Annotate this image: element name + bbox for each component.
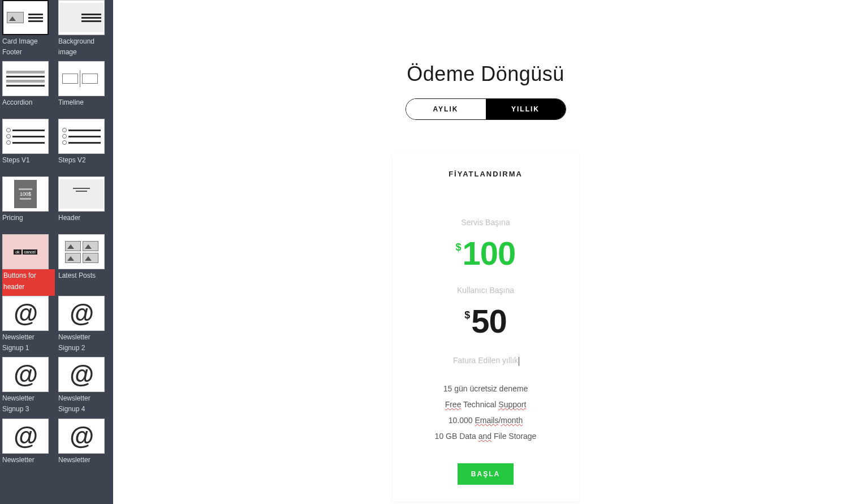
per-user-label: Kullanıcı Başına (406, 286, 566, 295)
tile-thumbnail: @ (2, 296, 49, 331)
tile-label: Newsletter (2, 454, 55, 476)
component-tile-bgimg[interactable]: Background image (58, 0, 111, 61)
tile-thumbnail (2, 0, 49, 35)
tile-thumbnail: ▾ (58, 119, 105, 154)
per-user-price: $ 50 (406, 305, 566, 338)
billing-cycle-toggle: AYLIK YILLIK (406, 98, 566, 120)
component-tile-steps1[interactable]: 123Steps V1 (2, 119, 55, 176)
tile-thumbnail: @ (2, 419, 49, 454)
tile-label: Newsletter Signup 3 (2, 392, 55, 418)
component-tile-at[interactable]: @Newsletter Signup 2 (58, 296, 111, 357)
tile-label: Header (58, 212, 111, 234)
tile-label: Newsletter Signup 4 (58, 392, 111, 418)
tile-label: Background image (58, 35, 111, 61)
billing-cycle-title: Ödeme Döngüsü (407, 62, 564, 86)
component-tile-at[interactable]: @Newsletter Signup 1 (2, 296, 55, 357)
feature-item: Free Technical Support (406, 397, 566, 412)
component-tile-pricing[interactable]: 100$Pricing (2, 176, 55, 234)
toggle-yearly[interactable]: YILLIK (486, 99, 566, 119)
tile-label: Timeline (58, 96, 111, 119)
feature-item: 15 gün ücretsiz deneme (406, 381, 566, 397)
tile-thumbnail (58, 234, 105, 269)
component-tile-at[interactable]: @Newsletter (2, 419, 55, 476)
tile-thumbnail: okcancel (2, 234, 49, 269)
component-tile-steps2[interactable]: ▾Steps V2 (58, 119, 111, 176)
currency-symbol: $ (464, 309, 470, 321)
tile-label: Newsletter Signup 1 (2, 331, 55, 357)
tile-label: Accordion (2, 96, 55, 119)
feature-item: 10 GB Data and File Storage (406, 428, 566, 444)
component-sidebar[interactable]: Card Image FooterBackground imageAccordi… (0, 0, 113, 504)
tile-thumbnail (2, 61, 49, 96)
feature-item: 10.000 Emails/month (406, 412, 566, 428)
component-tile-posts[interactable]: Latest Posts (58, 234, 111, 295)
per-service-price: $ 100 (406, 237, 566, 270)
tile-thumbnail: @ (58, 296, 105, 331)
price-value: 50 (471, 305, 507, 338)
editor-canvas[interactable]: Ödeme Döngüsü AYLIK YILLIK FİYATLANDIRMA… (113, 0, 858, 504)
start-button[interactable]: BAŞLA (458, 463, 514, 485)
tile-thumbnail (58, 0, 105, 35)
tile-thumbnail: @ (2, 357, 49, 392)
toggle-monthly[interactable]: AYLIK (406, 99, 486, 119)
component-tile-timeline[interactable]: Timeline (58, 61, 111, 119)
component-tile-buttons[interactable]: okcancelButtons for header (2, 234, 55, 295)
feature-list: 15 gün ücretsiz denemeFree Technical Sup… (406, 381, 566, 444)
pricing-card: FİYATLANDIRMA Servis Başına $ 100 Kullan… (393, 154, 579, 502)
tile-label: Newsletter Signup 2 (58, 331, 111, 357)
tile-thumbnail: @ (58, 357, 105, 392)
tile-label: Buttons for header (2, 269, 55, 295)
component-tile-cardimg[interactable]: Card Image Footer (2, 0, 55, 61)
pricing-heading: FİYATLANDIRMA (406, 170, 566, 178)
tile-label: Card Image Footer (2, 35, 55, 61)
tile-thumbnail: 100$ (2, 176, 49, 212)
tile-thumbnail (58, 61, 105, 96)
billing-note[interactable]: Fatura Edilen yıllık (453, 356, 518, 365)
currency-symbol: $ (456, 242, 462, 253)
component-tile-at[interactable]: @Newsletter (58, 419, 111, 476)
tile-label: Steps V1 (2, 154, 55, 176)
tile-label: Newsletter (58, 454, 111, 476)
component-tile-at[interactable]: @Newsletter Signup 3 (2, 357, 55, 418)
component-tile-header[interactable]: Header (58, 176, 111, 234)
tile-label: Latest Posts (58, 269, 111, 292)
component-tile-at[interactable]: @Newsletter Signup 4 (58, 357, 111, 418)
per-service-label: Servis Başına (406, 218, 566, 227)
tile-label: Pricing (2, 212, 55, 234)
component-tile-accordion[interactable]: Accordion (2, 61, 55, 119)
tile-thumbnail (58, 176, 105, 212)
tile-label: Steps V2 (58, 154, 111, 176)
tile-thumbnail: @ (58, 419, 105, 454)
tile-thumbnail: 123 (2, 119, 49, 154)
price-value: 100 (463, 237, 516, 270)
